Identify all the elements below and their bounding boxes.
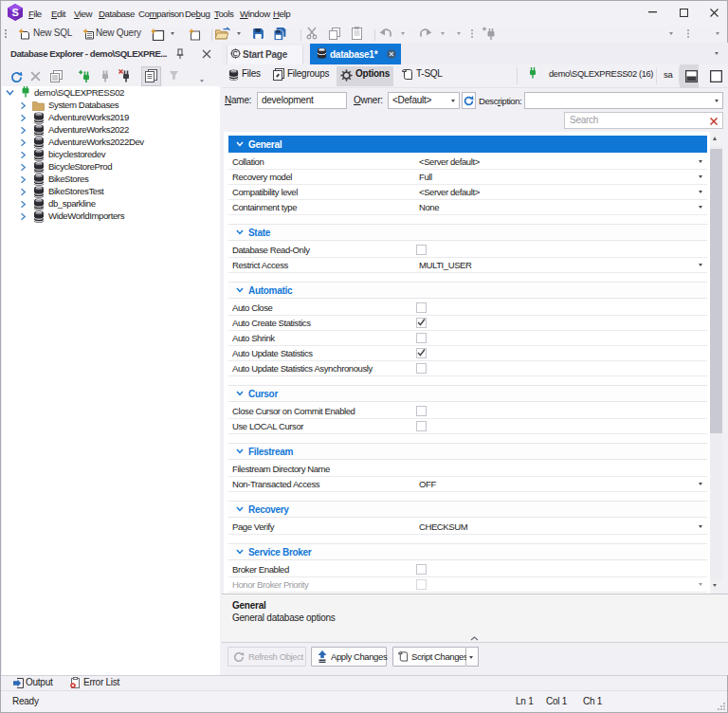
svg-text:S: S bbox=[11, 7, 18, 18]
